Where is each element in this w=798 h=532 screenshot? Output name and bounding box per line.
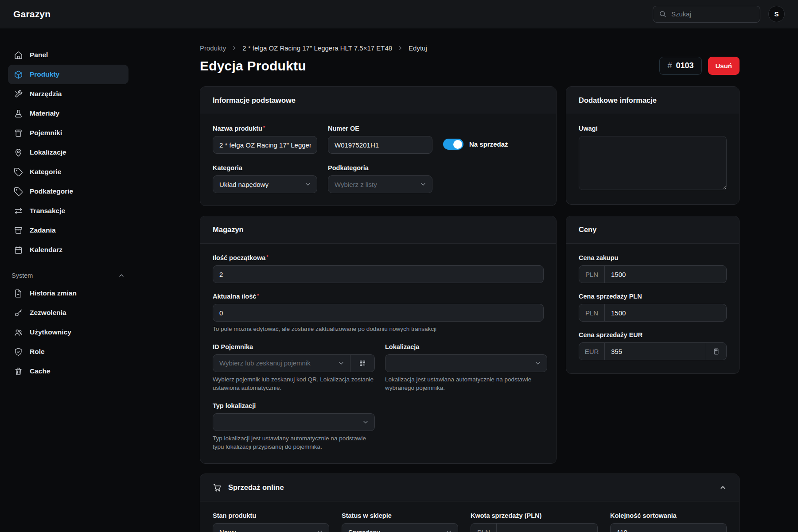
container-id-select[interactable]: Wybierz lub zeskanuj pojemnik — [213, 355, 350, 372]
card-title: Sprzedaż online — [228, 483, 284, 492]
sidebar-item-zezwolenia[interactable]: Zezwolenia — [8, 303, 128, 322]
chevron-down-icon — [362, 419, 369, 426]
container-icon — [14, 128, 23, 138]
topbar: Garazyn S — [0, 0, 798, 28]
breadcrumb-produkty[interactable]: Produkty — [200, 44, 226, 52]
sale-price-pln-block: Cena sprzedaży PLN PLN — [579, 293, 727, 322]
sidebar-item-lokalizacje[interactable]: Lokalizacje — [8, 143, 128, 162]
file-text-icon — [14, 289, 23, 298]
search-input[interactable] — [671, 10, 755, 18]
subcategory-field-block: Podkategoria Wybierz z listy — [328, 164, 432, 193]
chevron-right-icon — [397, 45, 404, 51]
sidebar-item-role[interactable]: Role — [8, 342, 128, 361]
sidebar-item-label: Zezwolenia — [30, 309, 66, 317]
required-asterisk: * — [266, 254, 268, 260]
shop-status-select[interactable]: Sprzedany — [342, 523, 458, 532]
sidebar-item-uzytkownicy[interactable]: Użytkownicy — [8, 322, 128, 342]
sale-amount-input[interactable] — [497, 524, 597, 532]
shop-status-field-block: Status w sklepie Sprzedany — [342, 512, 458, 532]
sidebar-item-historia-zmian[interactable]: Historia zmian — [8, 283, 128, 303]
delete-button[interactable]: Usuń — [708, 57, 740, 75]
sidebar-item-label: Role — [30, 348, 45, 356]
hash-symbol: # — [667, 61, 672, 70]
current-qty-input[interactable] — [213, 304, 544, 322]
oe-number-field-block: Numer OE — [328, 125, 432, 154]
search-icon — [658, 10, 667, 18]
sidebar: Panel Produkty Narzędzia Materiały Pojem… — [0, 28, 136, 532]
location-type-select[interactable] — [213, 413, 375, 431]
shop-status-label: Status w sklepie — [342, 512, 458, 519]
calculate-eur-button[interactable] — [706, 343, 726, 360]
subcategory-select[interactable]: Wybierz z listy — [328, 175, 432, 193]
card-title: Ceny — [579, 225, 596, 234]
product-name-label: Nazwa produktu* — [213, 125, 317, 132]
chevron-right-icon — [231, 45, 237, 51]
location-type-helper: Typ lokalizacji jest ustawiany automatyc… — [213, 435, 375, 451]
tag-icon — [14, 167, 23, 177]
sidebar-item-kalendarz[interactable]: Kalendarz — [8, 240, 128, 260]
category-select[interactable]: Układ napędowy — [213, 175, 317, 193]
sidebar-item-label: Narzędzia — [30, 90, 62, 98]
initial-qty-label: Ilość początkowa* — [213, 254, 544, 261]
sidebar-item-produkty[interactable]: Produkty — [8, 65, 128, 84]
purchase-price-input[interactable] — [605, 266, 726, 283]
calendar-icon — [14, 245, 23, 255]
sort-order-input[interactable] — [610, 523, 727, 532]
sidebar-item-pojemniki[interactable]: Pojemniki — [8, 123, 128, 143]
sidebar-item-materialy[interactable]: Materiały — [8, 104, 128, 123]
online-sale-card: Sprzedaż online Stan produktu Nowy — [200, 474, 740, 532]
sale-price-eur-input[interactable] — [605, 343, 706, 360]
sale-amount-field-block: Kwota sprzedaży (PLN) PLN — [471, 512, 598, 532]
notes-label: Uwagi — [579, 125, 727, 132]
initial-qty-input[interactable] — [213, 265, 544, 283]
sidebar-item-label: Panel — [30, 51, 48, 59]
breadcrumb-product[interactable]: 2 * felga OZ Racing 17" Leggera HLT 7.5×… — [242, 44, 392, 52]
breadcrumb-edytuj: Edytuj — [409, 44, 427, 52]
toggle-knob — [453, 140, 462, 149]
sale-price-eur-label: Cena sprzedaży EUR — [579, 331, 727, 338]
purchase-price-block: Cena zakupu PLN — [579, 254, 727, 283]
sidebar-item-transakcje[interactable]: Transakcje — [8, 201, 128, 221]
oe-number-input[interactable] — [328, 136, 432, 154]
tag-icon — [14, 187, 23, 196]
sale-amount-control: PLN — [471, 523, 598, 532]
prices-card: Ceny Cena zakupu PLN Cena sprzedaży PLN … — [566, 216, 740, 374]
sale-price-pln-input[interactable] — [605, 304, 726, 321]
sidebar-item-podkategorie[interactable]: Podkategorie — [8, 182, 128, 201]
sidebar-section-system: System — [8, 272, 128, 279]
collapse-chevron-up-icon[interactable] — [719, 484, 727, 491]
transfer-arrows-icon — [14, 206, 23, 216]
calculator-icon — [712, 348, 720, 355]
subcategory-placeholder: Wybierz z listy — [335, 181, 377, 188]
location-select[interactable] — [385, 354, 547, 372]
for-sale-label: Na sprzedaż — [469, 140, 508, 148]
chevron-up-icon[interactable] — [118, 272, 125, 279]
required-asterisk: * — [263, 125, 265, 130]
trash-icon — [14, 367, 23, 376]
card-title: Informacje podstawowe — [213, 96, 296, 105]
sort-order-label: Kolejność sortowania — [610, 512, 727, 519]
breadcrumb: Produkty 2 * felga OZ Racing 17" Leggera… — [200, 44, 740, 52]
sidebar-item-zadania[interactable]: Zadania — [8, 221, 128, 240]
additional-info-header: Dodatkowe informacje — [566, 87, 739, 114]
for-sale-block: Na sprzedaż — [443, 135, 508, 154]
sale-price-eur-control: EUR — [579, 342, 727, 360]
archive-icon — [14, 226, 23, 235]
sidebar-item-kategorie[interactable]: Kategorie — [8, 162, 128, 182]
sidebar-item-cache[interactable]: Cache — [8, 361, 128, 381]
sidebar-item-narzedzia[interactable]: Narzędzia — [8, 84, 128, 104]
condition-select[interactable]: Nowy — [213, 523, 329, 532]
product-name-field-block: Nazwa produktu* — [213, 125, 317, 154]
basic-info-header: Informacje podstawowe — [200, 87, 556, 114]
qr-scan-button[interactable] — [350, 355, 374, 372]
sort-order-field-block: Kolejność sortowania — [610, 512, 727, 532]
sidebar-item-label: Kategorie — [30, 168, 62, 176]
product-name-input[interactable] — [213, 136, 317, 154]
page-title: Edycja Produktu — [200, 58, 306, 74]
for-sale-toggle[interactable] — [443, 139, 463, 150]
sidebar-item-label: Produkty — [30, 70, 59, 78]
user-avatar[interactable]: S — [768, 6, 785, 22]
global-search[interactable] — [653, 6, 760, 23]
sidebar-item-panel[interactable]: Panel — [8, 45, 128, 65]
notes-textarea[interactable] — [579, 136, 727, 190]
